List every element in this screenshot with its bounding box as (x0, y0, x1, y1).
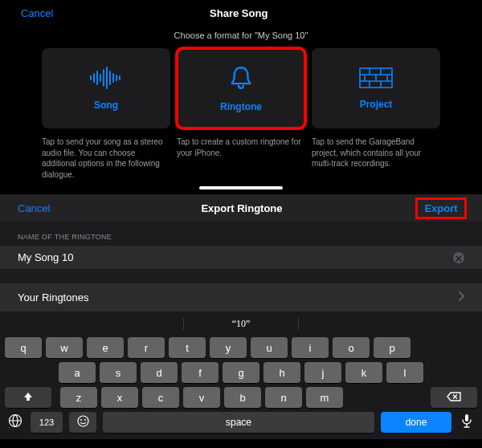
key-m[interactable]: m (306, 387, 343, 408)
key-c[interactable]: c (142, 387, 179, 408)
key-o[interactable]: o (333, 337, 370, 358)
share-song-sheet: Cancel Share Song Choose a format for "M… (0, 0, 482, 194)
section-label-name: NAME OF THE RINGTONE (0, 222, 482, 246)
chevron-right-icon (458, 291, 464, 303)
backspace-key[interactable] (431, 387, 477, 408)
export-nav: Cancel Export Ringtone Export (0, 194, 482, 222)
svg-point-22 (80, 419, 82, 421)
key-h[interactable]: h (263, 362, 300, 383)
card-ringtone-label: Ringtone (220, 101, 262, 112)
key-y[interactable]: y (210, 337, 247, 358)
key-d[interactable]: d (141, 362, 178, 383)
key-n[interactable]: n (265, 387, 302, 408)
ringtone-name-input-row[interactable]: My Song 10 (0, 246, 482, 269)
bricks-icon (358, 67, 394, 92)
done-key[interactable]: done (381, 412, 451, 433)
svg-point-21 (78, 416, 88, 426)
globe-button[interactable] (6, 413, 24, 431)
desc-ringtone: Tap to create a custom ringtone for your… (177, 136, 305, 180)
key-x[interactable]: x (101, 387, 138, 408)
key-e[interactable]: e (87, 337, 124, 358)
key-w[interactable]: w (46, 337, 83, 358)
keyboard-suggestion-bar[interactable]: “10” (5, 316, 477, 333)
keyboard-row-2: asdfghjkl (5, 362, 477, 383)
share-cancel-button[interactable]: Cancel (21, 7, 53, 19)
keyboard-row-1: qwertyuiop (5, 337, 477, 358)
svg-point-23 (84, 419, 86, 421)
card-project-label: Project (360, 99, 393, 110)
key-r[interactable]: r (128, 337, 165, 358)
numbers-key[interactable]: 123 (31, 412, 63, 433)
shift-key[interactable] (5, 387, 51, 408)
share-subtitle: Choose a format for "My Song 10" (0, 31, 482, 40)
desc-project: Tap to send the GarageBand project, whic… (312, 136, 440, 180)
ringtone-name-input[interactable]: My Song 10 (18, 251, 453, 263)
key-g[interactable]: g (223, 362, 259, 383)
card-project[interactable]: Project (312, 48, 440, 128)
card-song-label: Song (94, 100, 118, 111)
keyboard: “10” qwertyuiop asdfghjkl zxcvbnm (0, 312, 482, 439)
format-cards: Song Ringtone (0, 40, 482, 132)
key-i[interactable]: i (292, 337, 329, 358)
svg-rect-24 (465, 414, 468, 422)
key-f[interactable]: f (182, 362, 219, 383)
key-b[interactable]: b (224, 387, 261, 408)
bell-icon (227, 64, 255, 95)
shift-icon (22, 391, 34, 405)
space-key[interactable]: space (103, 412, 374, 433)
your-ringtones-label: Your Ringtones (18, 291, 458, 303)
key-u[interactable]: u (251, 337, 288, 358)
key-q[interactable]: q (5, 337, 42, 358)
your-ringtones-row[interactable]: Your Ringtones (0, 283, 482, 312)
key-z[interactable]: z (60, 387, 97, 408)
desc-song: Tap to send your song as a stereo audio … (42, 136, 170, 180)
key-v[interactable]: v (183, 387, 220, 408)
key-t[interactable]: t (169, 337, 206, 358)
card-ringtone[interactable]: Ringtone (177, 48, 305, 128)
emoji-icon (77, 415, 89, 430)
keyboard-row-3: zxcvbnm (5, 387, 477, 408)
backspace-icon (447, 392, 461, 404)
export-cancel-button[interactable]: Cancel (18, 202, 66, 214)
share-title: Share Song (53, 7, 424, 19)
home-indicator (199, 186, 283, 189)
key-s[interactable]: s (100, 362, 137, 383)
clear-text-button[interactable] (453, 252, 464, 263)
dictation-button[interactable] (458, 413, 476, 431)
mic-icon (461, 413, 472, 431)
export-button[interactable]: Export (418, 200, 464, 217)
export-title: Export Ringtone (66, 202, 418, 214)
key-p[interactable]: p (374, 337, 411, 358)
key-l[interactable]: l (386, 362, 423, 383)
key-j[interactable]: j (304, 362, 341, 383)
key-a[interactable]: a (59, 362, 96, 383)
key-k[interactable]: k (345, 362, 382, 383)
format-descriptions: Tap to send your song as a stereo audio … (0, 132, 482, 180)
export-ringtone-sheet: Cancel Export Ringtone Export NAME OF TH… (0, 194, 482, 439)
keyboard-row-4: 123 space done (5, 412, 477, 433)
x-icon (455, 250, 462, 265)
globe-icon (8, 413, 22, 431)
share-nav: Cancel Share Song (0, 0, 482, 26)
waveform-icon (88, 66, 125, 93)
card-song[interactable]: Song (42, 48, 170, 128)
emoji-key[interactable] (69, 412, 96, 433)
